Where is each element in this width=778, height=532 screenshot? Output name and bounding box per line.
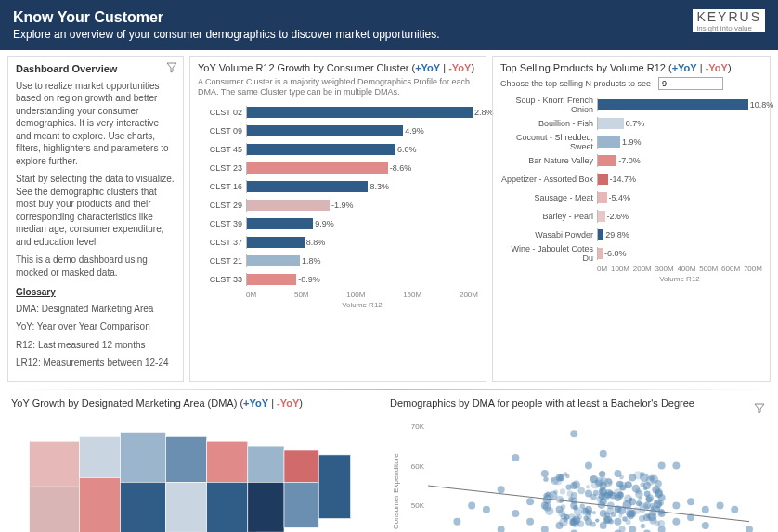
bar-value-label: 1.9% — [622, 136, 642, 149]
bar-fill — [247, 144, 395, 155]
svg-point-130 — [583, 515, 588, 520]
bar-row[interactable]: Coconut - Shredded, Sweet1.9% — [500, 133, 762, 151]
bar-fill — [598, 155, 616, 166]
bar-row[interactable]: Bar Nature Valley-7.0% — [500, 151, 762, 170]
svg-rect-10 — [248, 446, 284, 482]
bar-track: -1.9% — [246, 199, 478, 212]
bar-track: -14.7% — [597, 173, 762, 186]
bar-track: 1.8% — [246, 254, 478, 267]
scatter-panel: Demographics by DMA for people with at l… — [386, 397, 771, 532]
bar-category-label: Wasabi Powder — [500, 230, 597, 240]
bar-row[interactable]: CLST 456.0% — [198, 140, 478, 159]
svg-point-205 — [604, 489, 613, 498]
svg-point-142 — [574, 507, 582, 515]
bar-fill — [598, 248, 603, 259]
bar-value-label: 8.8% — [306, 236, 326, 249]
svg-point-163 — [568, 497, 573, 501]
svg-point-86 — [687, 513, 694, 521]
bar-row[interactable]: CLST 33-8.9% — [198, 270, 478, 289]
svg-rect-9 — [207, 482, 248, 532]
bar-row[interactable]: CLST 168.3% — [198, 177, 478, 196]
svg-point-152 — [565, 474, 569, 478]
bar-category-label: CLST 45 — [198, 145, 246, 154]
bar-row[interactable]: Soup - Knorr, French Onion10.8% — [500, 96, 762, 114]
bar-value-label: 6.0% — [397, 143, 417, 156]
svg-point-210 — [577, 520, 584, 526]
bar-track: 8.8% — [246, 236, 478, 249]
bar-track: 0.7% — [597, 117, 762, 130]
scatter-plot[interactable]: 70K60K50K40K283032343638404244464850 — [402, 412, 755, 532]
bar-fill — [247, 237, 305, 248]
bar-row[interactable]: CLST 23-8.6% — [198, 159, 478, 177]
svg-point-37 — [498, 486, 505, 493]
svg-point-201 — [560, 488, 565, 494]
svg-point-134 — [543, 476, 548, 481]
products-bar-chart[interactable]: Soup - Knorr, French Onion10.8%Bouillion… — [500, 96, 762, 263]
bar-row[interactable]: Bouillion - Fish0.7% — [500, 114, 762, 133]
svg-point-218 — [565, 484, 571, 489]
svg-point-73 — [629, 526, 636, 532]
bar-row[interactable]: CLST 094.9% — [198, 122, 478, 140]
bar-value-label: -6.0% — [604, 247, 627, 260]
products-axis: 0M100M200M300M400M500M600M700M — [597, 265, 762, 273]
svg-point-211 — [546, 491, 551, 496]
bar-row[interactable]: CLST 29-1.9% — [198, 196, 478, 214]
svg-point-189 — [632, 485, 641, 493]
bar-fill — [598, 229, 603, 240]
bar-row[interactable]: Barley - Pearl-2.6% — [500, 207, 762, 226]
bar-value-label: -5.4% — [609, 191, 631, 204]
svg-rect-14 — [318, 455, 350, 519]
bar-row[interactable]: CLST 378.8% — [198, 233, 478, 252]
bar-row[interactable]: CLST 399.9% — [198, 214, 478, 233]
scatter-title: Demographics by DMA for people with at l… — [390, 397, 767, 409]
bar-row[interactable]: Sausage - Meat-5.4% — [500, 188, 762, 207]
bar-value-label: 8.3% — [370, 180, 389, 193]
bar-category-label: CLST 37 — [198, 238, 246, 247]
bar-category-label: Coconut - Shredded, Sweet — [500, 133, 597, 151]
svg-rect-8 — [207, 441, 248, 482]
cluster-bar-chart[interactable]: CLST 022.8%CLST 094.9%CLST 456.0%CLST 23… — [198, 103, 478, 289]
svg-point-206 — [639, 506, 645, 513]
svg-point-38 — [498, 526, 505, 532]
svg-point-185 — [617, 506, 626, 514]
bar-fill — [247, 255, 300, 266]
bar-value-label: -2.6% — [607, 210, 629, 223]
products-panel: Top Selling Products by Volume R12 (+YoY… — [492, 56, 771, 382]
logo-tagline: insight into value — [696, 24, 761, 32]
bar-track: 9.9% — [246, 217, 478, 230]
svg-point-42 — [526, 517, 534, 525]
svg-point-207 — [564, 517, 568, 522]
bar-category-label: Bouillion - Fish — [500, 119, 597, 128]
bar-row[interactable]: CLST 211.8% — [198, 252, 478, 270]
bar-track: 29.8% — [597, 228, 762, 241]
bar-value-label: -7.0% — [618, 154, 641, 167]
cluster-title: YoY Volume R12 Growth by Consumer Cluste… — [198, 62, 478, 73]
filter-icon[interactable] — [754, 403, 765, 414]
bar-value-label: 1.8% — [302, 254, 321, 267]
dma-choropleth-map[interactable] — [11, 412, 375, 532]
bar-category-label: Bar Nature Valley — [500, 156, 597, 165]
bar-category-label: Barley - Pearl — [500, 212, 597, 221]
cluster-axis: 0M50M100M150M200M — [246, 291, 478, 299]
svg-point-34 — [453, 517, 460, 525]
bar-category-label: CLST 09 — [198, 126, 246, 136]
cluster-panel: YoY Volume R12 Growth by Consumer Cluste… — [189, 56, 486, 382]
svg-point-39 — [512, 454, 519, 461]
glossary-r12: R12: Last measured 12 months — [16, 339, 175, 352]
svg-point-209 — [654, 500, 658, 504]
bar-row[interactable]: CLST 022.8% — [198, 103, 478, 122]
svg-point-49 — [570, 430, 577, 437]
bar-fill — [598, 174, 608, 185]
bar-row[interactable]: Appetizer - Assorted Box-14.7% — [500, 170, 762, 188]
bar-category-label: CLST 23 — [198, 163, 246, 173]
svg-point-204 — [611, 512, 616, 517]
choose-n-input[interactable] — [658, 77, 723, 90]
svg-point-213 — [567, 490, 574, 497]
svg-text:70K: 70K — [411, 422, 425, 430]
bar-row[interactable]: Wasabi Powder29.8% — [500, 226, 762, 244]
svg-point-212 — [551, 476, 558, 484]
filter-icon[interactable] — [166, 62, 177, 73]
glossary-heading: Glossary — [16, 286, 175, 299]
bar-row[interactable]: Wine - Jaboulet Cotes Du-6.0% — [500, 244, 762, 263]
svg-text:60K: 60K — [411, 461, 425, 470]
